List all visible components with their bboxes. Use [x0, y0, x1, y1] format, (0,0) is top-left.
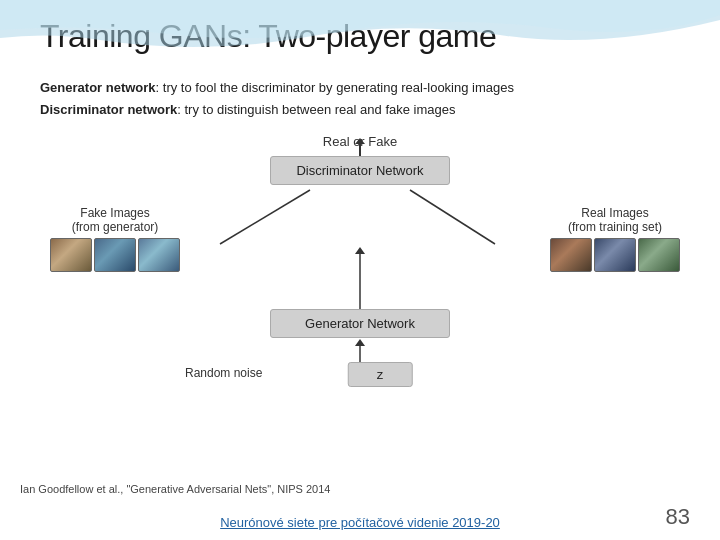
random-noise-label: Random noise — [185, 366, 262, 380]
fake-images-label: Fake Images (from generator) — [72, 206, 159, 234]
svg-marker-5 — [355, 339, 365, 346]
real-image-1 — [550, 238, 592, 272]
footer: Neurónové siete pre počítačové videnie 2… — [0, 515, 720, 530]
real-images-row — [550, 238, 680, 272]
citation: Ian Goodfellow et al., "Generative Adver… — [20, 483, 330, 495]
fake-images-row — [50, 238, 180, 272]
fake-image-3 — [138, 238, 180, 272]
discriminator-network-box: Discriminator Network — [270, 156, 450, 185]
description-text: Generator network: try to fool the discr… — [40, 77, 680, 121]
real-images-area: Real Images (from training set) — [550, 206, 680, 272]
generator-network-bold: Generator network — [40, 80, 156, 95]
slide-container: Training GANs: Two-player game Generator… — [0, 0, 720, 540]
fake-images-area: Fake Images (from generator) — [50, 206, 180, 272]
generator-network-box: Generator Network — [270, 309, 450, 338]
wave-decoration — [0, 0, 720, 55]
real-image-2 — [594, 238, 636, 272]
generator-network-desc: : try to fool the discriminator by gener… — [156, 80, 514, 95]
z-input-box: z — [348, 362, 413, 387]
svg-line-1 — [410, 190, 495, 244]
svg-line-0 — [220, 190, 310, 244]
diagram-area: Real or Fake Discriminator Network Fake … — [0, 134, 720, 414]
footer-link[interactable]: Neurónové siete pre počítačové videnie 2… — [220, 515, 500, 530]
real-images-label: Real Images (from training set) — [568, 206, 662, 234]
discriminator-network-bold: Discriminator network — [40, 102, 177, 117]
description-area: Generator network: try to fool the discr… — [0, 65, 720, 129]
svg-marker-3 — [355, 247, 365, 254]
fake-image-2 — [94, 238, 136, 272]
page-number: 83 — [666, 504, 690, 530]
arrow-discriminator-to-output — [359, 144, 361, 156]
discriminator-network-desc: : try to distinguish between real and fa… — [177, 102, 455, 117]
real-image-3 — [638, 238, 680, 272]
fake-image-1 — [50, 238, 92, 272]
